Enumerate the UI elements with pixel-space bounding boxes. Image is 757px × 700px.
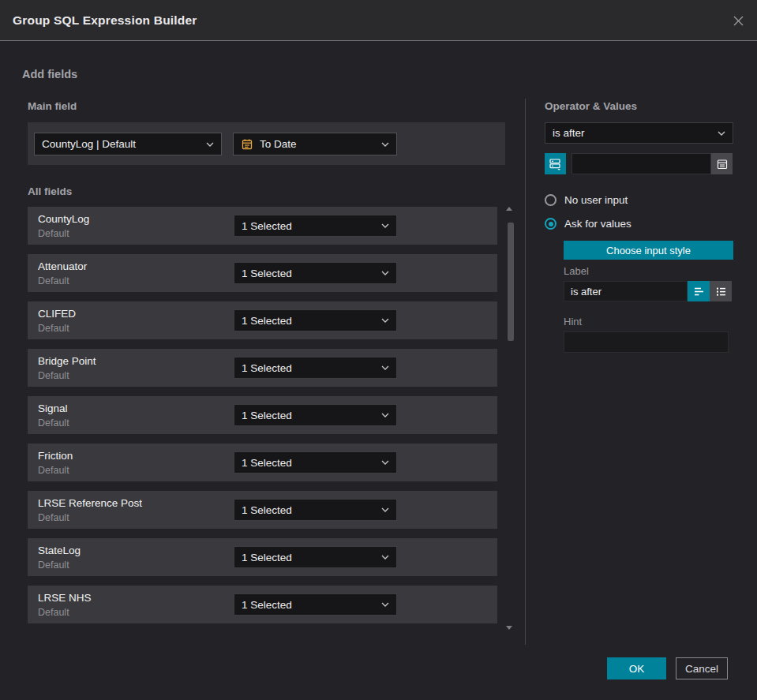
field-selected-dropdown[interactable]: 1 Selected bbox=[234, 404, 397, 426]
calendar-icon bbox=[716, 158, 729, 170]
main-field-box: CountyLog | Default To Date bbox=[28, 122, 505, 165]
radio-ask-for-values-label: Ask for values bbox=[564, 218, 631, 230]
field-name: LRSE Reference Post bbox=[38, 497, 142, 509]
choose-input-style-button[interactable]: Choose input style bbox=[564, 241, 733, 260]
cancel-button[interactable]: Cancel bbox=[676, 657, 728, 679]
field-row: Friction Default 1 Selected bbox=[28, 444, 497, 481]
field-type: Default bbox=[38, 607, 69, 618]
field-type: Default bbox=[38, 275, 69, 286]
hint-input[interactable] bbox=[564, 331, 729, 353]
chevron-down-icon bbox=[381, 271, 389, 275]
field-selected-dropdown[interactable]: 1 Selected bbox=[234, 546, 397, 568]
chevron-down-icon bbox=[381, 318, 389, 323]
field-selected-dropdown[interactable]: 1 Selected bbox=[234, 499, 397, 521]
chevron-down-icon bbox=[381, 365, 389, 370]
input-style-text-toggle[interactable] bbox=[688, 281, 710, 301]
all-fields-heading: All fields bbox=[28, 185, 72, 197]
field-name: LRSE NHS bbox=[38, 592, 92, 604]
group-sql-expression-builder-dialog: Group SQL Expression Builder Add fields … bbox=[0, 0, 757, 700]
field-name: Friction bbox=[38, 450, 73, 462]
radio-no-user-input-label: No user input bbox=[564, 194, 628, 206]
chevron-down-icon bbox=[381, 602, 389, 607]
field-type: Default bbox=[38, 228, 69, 239]
field-type: Default bbox=[38, 370, 69, 381]
chevron-down-icon bbox=[381, 507, 389, 512]
chevron-down-icon bbox=[718, 131, 725, 136]
label-input[interactable] bbox=[564, 281, 688, 301]
chevron-down-icon bbox=[381, 460, 389, 465]
field-row: LRSE NHS Default 1 Selected bbox=[28, 586, 497, 623]
chevron-down-icon bbox=[381, 223, 389, 228]
scrollbar-track[interactable] bbox=[506, 213, 512, 623]
all-fields-list: CountyLog Default 1 Selected Attenuator … bbox=[28, 207, 497, 633]
field-selected-value: 1 Selected bbox=[242, 599, 377, 611]
main-field-date-select[interactable]: To Date bbox=[233, 133, 397, 155]
close-button[interactable] bbox=[729, 11, 748, 30]
label-heading: Label bbox=[564, 265, 589, 277]
field-row: StateLog Default 1 Selected bbox=[28, 538, 497, 576]
dialog-title: Group SQL Expression Builder bbox=[13, 13, 197, 28]
list-scrollbar bbox=[504, 205, 514, 631]
radio-ask-for-values[interactable]: Ask for values bbox=[545, 218, 631, 230]
field-name: StateLog bbox=[38, 545, 81, 556]
field-selected-value: 1 Selected bbox=[242, 410, 377, 421]
pick-date-button[interactable] bbox=[711, 153, 733, 174]
field-name: Attenuator bbox=[38, 260, 87, 272]
scrollbar-down-arrow[interactable] bbox=[506, 626, 512, 630]
field-type: Default bbox=[38, 323, 69, 334]
bulleted-list-icon bbox=[714, 285, 728, 298]
ok-button[interactable]: OK bbox=[607, 657, 666, 679]
input-style-list-toggle[interactable] bbox=[710, 281, 732, 301]
field-type: Default bbox=[38, 560, 69, 571]
field-selected-value: 1 Selected bbox=[242, 504, 377, 516]
operator-select-value: is after bbox=[553, 127, 713, 139]
chevron-down-icon bbox=[381, 555, 389, 560]
value-input[interactable] bbox=[571, 153, 711, 174]
scrollbar-thumb[interactable] bbox=[508, 223, 514, 341]
field-selected-dropdown[interactable]: 1 Selected bbox=[234, 262, 397, 284]
field-row: Attenuator Default 1 Selected bbox=[28, 254, 497, 292]
field-row: Signal Default 1 Selected bbox=[28, 396, 497, 434]
field-selected-value: 1 Selected bbox=[242, 457, 377, 469]
field-row: LRSE Reference Post Default 1 Selected bbox=[28, 491, 497, 529]
field-type: Default bbox=[38, 465, 69, 476]
field-selected-dropdown[interactable]: 1 Selected bbox=[234, 309, 397, 331]
radio-circle-selected bbox=[545, 218, 557, 230]
field-name: CountyLog bbox=[38, 213, 89, 225]
add-fields-heading: Add fields bbox=[22, 68, 77, 80]
field-row: CountyLog Default 1 Selected bbox=[28, 207, 497, 245]
field-name: Bridge Point bbox=[38, 355, 96, 367]
close-icon bbox=[733, 15, 744, 27]
date-field-calendar-icon bbox=[241, 138, 253, 151]
field-type: Default bbox=[38, 512, 69, 523]
field-name: Signal bbox=[38, 402, 68, 414]
main-field-date-value: To Date bbox=[260, 138, 377, 150]
stacked-values-icon bbox=[549, 157, 562, 170]
scrollbar-up-arrow[interactable] bbox=[506, 207, 512, 211]
field-selected-dropdown[interactable]: 1 Selected bbox=[234, 357, 397, 379]
main-field-heading: Main field bbox=[28, 100, 77, 112]
main-field-select[interactable]: CountyLog | Default bbox=[34, 133, 222, 155]
panel-divider bbox=[525, 99, 526, 645]
main-field-select-value: CountyLog | Default bbox=[42, 138, 201, 150]
unique-values-button[interactable] bbox=[545, 153, 566, 174]
chevron-down-icon bbox=[381, 142, 389, 147]
field-selected-value: 1 Selected bbox=[242, 315, 377, 327]
field-selected-dropdown[interactable]: 1 Selected bbox=[234, 451, 397, 474]
field-type: Default bbox=[38, 417, 69, 429]
radio-circle-unselected bbox=[545, 194, 557, 206]
field-selected-value: 1 Selected bbox=[242, 552, 377, 563]
hint-heading: Hint bbox=[564, 316, 582, 328]
field-row: Bridge Point Default 1 Selected bbox=[28, 349, 497, 387]
operator-values-heading: Operator & Values bbox=[545, 100, 637, 112]
field-selected-value: 1 Selected bbox=[242, 362, 377, 374]
radio-no-user-input[interactable]: No user input bbox=[545, 194, 628, 206]
chevron-down-icon bbox=[381, 413, 389, 417]
field-selected-value: 1 Selected bbox=[242, 220, 377, 232]
chevron-down-icon bbox=[206, 142, 214, 147]
dialog-titlebar: Group SQL Expression Builder bbox=[0, 0, 757, 41]
field-selected-dropdown[interactable]: 1 Selected bbox=[234, 215, 397, 237]
field-selected-dropdown[interactable]: 1 Selected bbox=[234, 593, 397, 616]
field-row: CLIFED Default 1 Selected bbox=[28, 301, 497, 339]
operator-select[interactable]: is after bbox=[545, 122, 733, 144]
